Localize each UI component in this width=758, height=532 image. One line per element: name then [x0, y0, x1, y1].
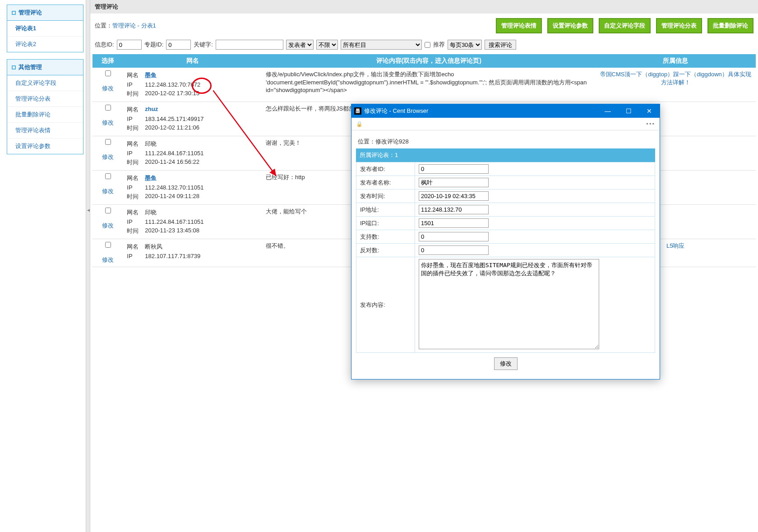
- modify-link[interactable]: 修改: [102, 85, 114, 92]
- table-row: 修改网名墨鱼IP112.248.132.70:7672时间2020-12-02 …: [92, 68, 756, 102]
- submit-button[interactable]: 修改: [494, 357, 518, 370]
- form-label-content: 发布内容:: [356, 257, 415, 353]
- search-button[interactable]: 搜索评论: [485, 40, 516, 50]
- sidebar-item-manage-emoji[interactable]: 管理评论表情: [7, 123, 83, 139]
- th-netname: 网名: [123, 54, 262, 68]
- content-textarea[interactable]: 你好墨鱼，现在百度地图SITEMAP规则已经改变，市面所有针对帝国的插件已经失效…: [419, 259, 599, 349]
- topic-id-input[interactable]: [166, 40, 191, 50]
- th-select: 选择: [92, 54, 123, 68]
- modify-link[interactable]: 修改: [102, 153, 114, 160]
- form-input[interactable]: [419, 218, 489, 228]
- sidebar-panel-comments: 管理评论 评论表1 评论表2: [7, 5, 83, 52]
- form-label: IP端口:: [356, 217, 415, 230]
- select-column[interactable]: 所有栏目: [341, 40, 422, 50]
- edit-comment-modal: 墨 修改评论 - Cent Browser — ☐ ✕ 🔒 ••• 位置：修改评…: [351, 104, 660, 379]
- sidebar-item-table2[interactable]: 评论表2: [7, 37, 83, 52]
- panel-title: 管理评论: [18, 9, 42, 17]
- sidebar-item-set-params[interactable]: 设置评论参数: [7, 139, 83, 154]
- ip-value: 112.248.132.70:11051: [145, 184, 203, 191]
- time-value: 2020-12-02 17:30:15: [145, 90, 199, 98]
- modify-link[interactable]: 修改: [102, 188, 114, 194]
- btn-tables[interactable]: 管理评论分表: [656, 18, 702, 33]
- ip-value: 183.144.25.171:49917: [145, 116, 203, 122]
- modal-title: 修改评论 - Cent Browser: [364, 107, 597, 115]
- main-pane: 管理评论 位置：管理评论 - 分表1 管理评论表情 设置评论参数 自定义评论字段…: [90, 0, 758, 532]
- form-label: 反对数:: [356, 244, 415, 257]
- edit-form-table: 发布者ID:发布者名称:发布时间:IP地址:IP端口:支持数:反对数:发布内容:…: [356, 162, 655, 353]
- form-input[interactable]: [419, 164, 489, 174]
- select-poster[interactable]: 发表者: [286, 40, 314, 50]
- topic-id-label: 专题ID:: [144, 41, 164, 49]
- info-link[interactable]: L5响应: [666, 242, 684, 249]
- breadcrumb-link[interactable]: 管理评论 - 分表1: [112, 22, 156, 29]
- btn-fields[interactable]: 自定义评论字段: [599, 18, 651, 33]
- time-value: 2020-11-23 13:45:08: [145, 227, 199, 235]
- form-input[interactable]: [419, 191, 489, 201]
- select-limit[interactable]: 不限: [316, 40, 338, 50]
- netname-value: 墨鱼: [145, 174, 157, 182]
- ip-value: 111.224.84.167:11051: [145, 150, 203, 157]
- modal-section-header: 所属评论表：1: [356, 148, 655, 162]
- ip-value: 112.248.132.70:7672: [145, 81, 200, 88]
- ip-value: 111.224.84.167:11051: [145, 218, 203, 225]
- row-checkbox[interactable]: [105, 70, 111, 76]
- info-link[interactable]: 帝国CMS顶一下（diggtop）踩一下（diggdown）具体实现方法详解！: [600, 71, 751, 86]
- sidebar-item-manage-tables[interactable]: 管理评论分表: [7, 91, 83, 107]
- square-icon: [12, 11, 16, 15]
- netname-value: 墨鱼: [145, 71, 157, 79]
- netname-value: zhuz: [145, 106, 158, 114]
- netname-value: 邱晓: [145, 208, 157, 217]
- form-label: 发布者ID:: [356, 162, 415, 176]
- pane-divider[interactable]: ◄: [86, 0, 90, 532]
- th-info: 所属信息: [595, 54, 756, 68]
- form-label: IP地址:: [356, 203, 415, 217]
- menu-dots-icon[interactable]: •••: [646, 120, 655, 127]
- recommend-checkbox[interactable]: [425, 42, 430, 48]
- form-input[interactable]: [419, 232, 489, 241]
- sidebar-item-table1[interactable]: 评论表1: [7, 21, 83, 37]
- filter-bar: 信息ID: 专题ID: 关键字: 发表者 不限 所有栏目 推荐 每页30条 搜索…: [90, 38, 758, 54]
- square-icon: [12, 65, 16, 69]
- form-input[interactable]: [419, 245, 489, 255]
- btn-batch-del[interactable]: 批量删除评论: [707, 18, 753, 33]
- close-button[interactable]: ✕: [639, 104, 660, 118]
- modify-link[interactable]: 修改: [102, 222, 114, 229]
- minimize-button[interactable]: —: [597, 104, 618, 118]
- btn-emoji[interactable]: 管理评论表情: [496, 18, 542, 33]
- ip-value: 182.107.117.71:8739: [145, 253, 200, 259]
- info-id-input[interactable]: [117, 40, 142, 50]
- th-content: 评论内容(双击内容，进入信息评论页): [262, 54, 595, 68]
- row-checkbox[interactable]: [105, 208, 111, 213]
- breadcrumb: 位置：管理评论 - 分表1: [95, 22, 156, 30]
- select-pagesize[interactable]: 每页30条: [448, 40, 482, 50]
- sidebar-item-batch-delete[interactable]: 批量删除评论: [7, 107, 83, 123]
- time-value: 2020-11-24 09:11:28: [145, 193, 199, 201]
- netname-value: 断秋风: [145, 243, 162, 251]
- page-title: 管理评论: [90, 0, 758, 14]
- form-input[interactable]: [419, 178, 489, 187]
- modal-title-bar[interactable]: 墨 修改评论 - Cent Browser — ☐ ✕: [351, 104, 660, 118]
- sidebar-panel-other: 其他管理 自定义评论字段 管理评论分表 批量删除评论 管理评论表情 设置评论参数: [7, 59, 83, 154]
- btn-params[interactable]: 设置评论参数: [547, 18, 593, 33]
- app-icon: 墨: [354, 107, 361, 115]
- time-value: 2020-12-02 11:21:06: [145, 124, 199, 132]
- keyword-input[interactable]: [216, 40, 283, 50]
- sidebar-item-custom-fields[interactable]: 自定义评论字段: [7, 75, 83, 91]
- sidebar: 管理评论 评论表1 评论表2 其他管理 自定义评论字段 管理评论分表 批量删除评…: [0, 0, 86, 532]
- recommend-label: 推荐: [433, 41, 445, 49]
- row-checkbox[interactable]: [105, 173, 111, 179]
- row-checkbox[interactable]: [105, 139, 111, 145]
- row-checkbox[interactable]: [105, 242, 111, 248]
- time-value: 2020-11-24 16:56:22: [145, 158, 199, 167]
- form-label: 发布者名称:: [356, 176, 415, 190]
- form-input[interactable]: [419, 205, 489, 214]
- content-cell[interactable]: 修改/e/public/ViewClick/index.php文件，输出顶变量的…: [262, 68, 595, 102]
- form-label: 支持数:: [356, 230, 415, 244]
- modify-link[interactable]: 修改: [102, 119, 114, 126]
- row-checkbox[interactable]: [105, 105, 111, 111]
- netname-value: 邱晓: [145, 140, 157, 148]
- keyword-label: 关键字:: [194, 41, 213, 49]
- maximize-button[interactable]: ☐: [618, 104, 639, 118]
- modal-breadcrumb: 位置：修改评论928: [356, 135, 655, 148]
- modify-link[interactable]: 修改: [102, 256, 114, 263]
